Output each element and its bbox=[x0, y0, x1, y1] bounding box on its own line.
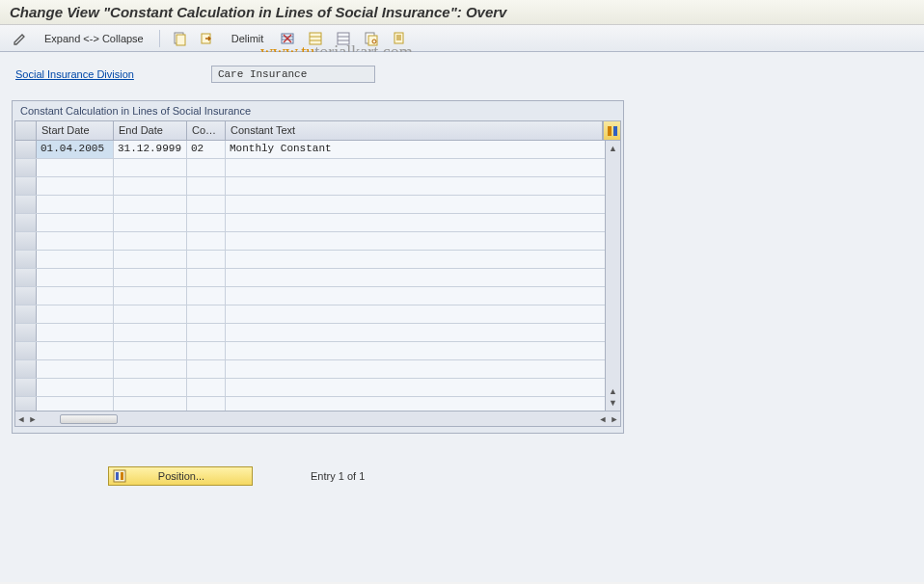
cell-empty[interactable] bbox=[114, 360, 187, 378]
cell-empty[interactable] bbox=[114, 177, 187, 195]
cell-end-date[interactable]: 31.12.9999 bbox=[114, 141, 187, 158]
table-row[interactable] bbox=[15, 159, 620, 177]
print-icon[interactable] bbox=[387, 29, 412, 48]
table-row[interactable] bbox=[15, 342, 620, 360]
cell-empty[interactable] bbox=[114, 269, 187, 286]
col-start-date[interactable]: Start Date bbox=[37, 121, 114, 140]
cell-empty[interactable] bbox=[226, 159, 620, 176]
cell-empty[interactable] bbox=[187, 342, 226, 359]
cell-empty[interactable] bbox=[114, 342, 187, 359]
cell-empty[interactable] bbox=[114, 379, 187, 396]
cell-empty[interactable] bbox=[114, 196, 187, 213]
cell-empty[interactable] bbox=[187, 287, 226, 305]
table-row[interactable] bbox=[15, 269, 620, 287]
cell-empty[interactable] bbox=[187, 232, 226, 250]
col-end-date[interactable]: End Date bbox=[114, 121, 187, 140]
cell-empty[interactable] bbox=[187, 214, 226, 231]
delimit-button[interactable]: Delimit bbox=[223, 29, 273, 48]
cell-empty[interactable] bbox=[37, 397, 114, 411]
cell-empty[interactable] bbox=[37, 287, 114, 305]
grid-config-icon[interactable] bbox=[603, 121, 620, 140]
row-selector[interactable] bbox=[15, 324, 37, 341]
cell-empty[interactable] bbox=[37, 232, 114, 250]
table-row[interactable] bbox=[15, 360, 620, 379]
cell-empty[interactable] bbox=[226, 379, 620, 396]
row-selector[interactable] bbox=[15, 141, 37, 158]
table-row[interactable] bbox=[15, 324, 620, 342]
cell-constant[interactable]: 02 bbox=[187, 141, 226, 158]
row-selector[interactable] bbox=[15, 269, 37, 286]
cell-start-date[interactable]: 01.04.2005 bbox=[37, 141, 114, 158]
cell-empty[interactable] bbox=[226, 196, 620, 213]
scroll-up-icon[interactable]: ▲ bbox=[608, 143, 619, 154]
copy-as-icon[interactable] bbox=[195, 29, 220, 48]
select-all-icon[interactable] bbox=[303, 29, 328, 48]
cell-empty[interactable] bbox=[37, 379, 114, 396]
cell-empty[interactable] bbox=[187, 269, 226, 286]
cell-empty[interactable] bbox=[37, 251, 114, 268]
cell-empty[interactable] bbox=[114, 305, 187, 323]
cell-empty[interactable] bbox=[187, 196, 226, 213]
row-selector[interactable] bbox=[15, 342, 37, 359]
row-selector[interactable] bbox=[15, 360, 37, 378]
table-row[interactable] bbox=[15, 214, 620, 232]
cell-empty[interactable] bbox=[187, 324, 226, 341]
cell-empty[interactable] bbox=[226, 397, 620, 411]
col-constant-text[interactable]: Constant Text bbox=[226, 121, 603, 140]
cell-empty[interactable] bbox=[37, 159, 114, 176]
scrollbar-thumb[interactable] bbox=[60, 414, 118, 424]
expand-collapse-button[interactable]: Expand <-> Collapse bbox=[36, 29, 152, 48]
table-row[interactable]: 01.04.200531.12.999902Monthly Constant bbox=[15, 141, 620, 159]
row-selector[interactable] bbox=[15, 397, 37, 411]
config-icon[interactable] bbox=[359, 29, 384, 48]
row-selector[interactable] bbox=[15, 379, 37, 396]
toggle-edit-icon[interactable] bbox=[8, 29, 33, 48]
cell-empty[interactable] bbox=[114, 287, 187, 305]
row-selector[interactable] bbox=[15, 159, 37, 176]
cell-empty[interactable] bbox=[37, 177, 114, 195]
cell-empty[interactable] bbox=[37, 360, 114, 378]
new-entries-icon[interactable] bbox=[167, 29, 192, 48]
cell-empty[interactable] bbox=[226, 360, 620, 378]
cell-empty[interactable] bbox=[226, 251, 620, 268]
row-selector[interactable] bbox=[15, 232, 37, 250]
cell-empty[interactable] bbox=[37, 269, 114, 286]
cell-empty[interactable] bbox=[226, 324, 620, 341]
cell-empty[interactable] bbox=[187, 159, 226, 176]
cell-empty[interactable] bbox=[37, 324, 114, 341]
cell-empty[interactable] bbox=[37, 342, 114, 359]
scroll-right-step-icon[interactable]: ► bbox=[27, 413, 39, 425]
scroll-down-more-icon[interactable]: ▲ bbox=[608, 385, 619, 397]
cell-empty[interactable] bbox=[114, 214, 187, 231]
cell-empty[interactable] bbox=[226, 232, 620, 250]
cell-empty[interactable] bbox=[226, 287, 620, 305]
cell-empty[interactable] bbox=[187, 397, 226, 411]
cell-empty[interactable] bbox=[114, 232, 187, 250]
row-selector[interactable] bbox=[15, 305, 37, 323]
cell-empty[interactable] bbox=[226, 269, 620, 286]
row-selector[interactable] bbox=[15, 214, 37, 231]
row-selector[interactable] bbox=[15, 287, 37, 305]
cell-empty[interactable] bbox=[187, 251, 226, 268]
cell-empty[interactable] bbox=[114, 397, 187, 411]
col-constant[interactable]: Con... bbox=[187, 121, 226, 140]
vertical-scrollbar[interactable]: ▲ ▲ ▼ bbox=[605, 141, 620, 411]
grid-select-all[interactable] bbox=[15, 121, 37, 140]
cell-empty[interactable] bbox=[226, 177, 620, 195]
scroll-down-icon[interactable]: ▼ bbox=[608, 397, 619, 409]
cell-empty[interactable] bbox=[114, 324, 187, 341]
delete-icon[interactable] bbox=[275, 29, 300, 48]
row-selector[interactable] bbox=[15, 196, 37, 213]
scroll-left-icon[interactable]: ◄ bbox=[15, 413, 27, 425]
cell-empty[interactable] bbox=[37, 305, 114, 323]
horizontal-scrollbar[interactable]: ◄ ► ◄ ► bbox=[15, 411, 620, 426]
table-row[interactable] bbox=[15, 379, 620, 397]
cell-empty[interactable] bbox=[114, 251, 187, 268]
row-selector[interactable] bbox=[15, 251, 37, 268]
table-row[interactable] bbox=[15, 251, 620, 269]
cell-empty[interactable] bbox=[187, 177, 226, 195]
scroll-left-end-icon[interactable]: ◄ bbox=[597, 413, 609, 425]
cell-empty[interactable] bbox=[187, 379, 226, 396]
table-row[interactable] bbox=[15, 397, 620, 411]
table-row[interactable] bbox=[15, 287, 620, 305]
